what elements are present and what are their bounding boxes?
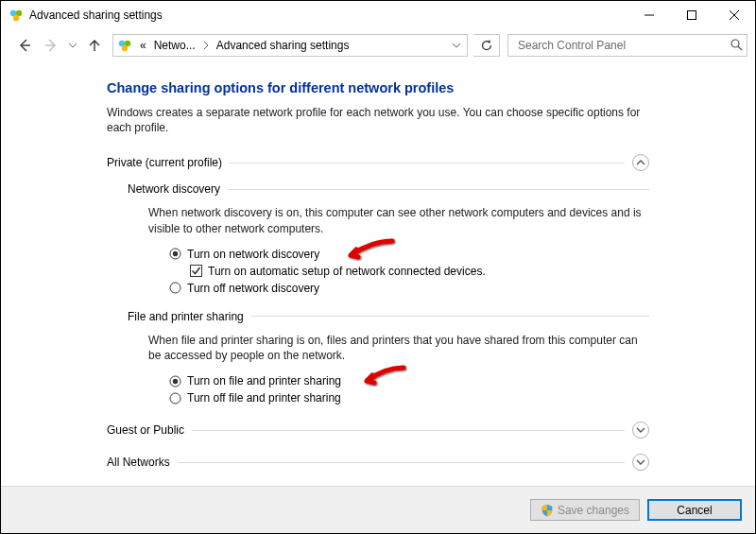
forward-button[interactable] xyxy=(39,33,63,58)
svg-point-14 xyxy=(170,393,180,404)
titlebar: Advanced sharing settings xyxy=(1,1,755,29)
cancel-button[interactable]: Cancel xyxy=(647,499,742,521)
annotation-arrow-icon xyxy=(360,365,407,391)
minimize-button[interactable] xyxy=(627,1,670,29)
option-label: Turn on file and printer sharing xyxy=(187,374,341,388)
svg-point-7 xyxy=(731,40,739,47)
navbar: « Netwo... Advanced sharing settings xyxy=(1,29,755,61)
svg-rect-10 xyxy=(191,266,202,277)
section-header: File and printer sharing xyxy=(128,310,649,323)
section-desc: When file and printer sharing is on, fil… xyxy=(148,333,649,363)
option-label: Turn on network discovery xyxy=(187,248,319,261)
profile-all-networks: All Networks xyxy=(107,452,649,473)
section-file-printer-sharing: File and printer sharing When file and p… xyxy=(128,310,649,406)
breadcrumb-network[interactable]: Netwo... xyxy=(150,35,199,56)
control-panel-icon xyxy=(117,38,132,53)
profile-label: Guest or Public xyxy=(107,423,184,437)
profile-guest-public-header[interactable]: Guest or Public xyxy=(107,420,649,440)
breadcrumb-prefix[interactable]: « xyxy=(136,35,150,56)
section-label: Network discovery xyxy=(128,182,220,196)
chevron-right-icon[interactable] xyxy=(199,35,213,56)
radio-file-sharing-on[interactable]: Turn on file and printer sharing xyxy=(169,372,649,389)
checkbox-icon xyxy=(190,265,202,277)
profile-all-networks-header[interactable]: All Networks xyxy=(107,452,649,473)
shield-icon xyxy=(541,504,554,517)
chevron-up-icon[interactable] xyxy=(632,154,649,171)
search-icon[interactable] xyxy=(730,38,743,54)
radio-network-discovery-on[interactable]: Turn on network discovery xyxy=(169,246,649,263)
footer: Save changes Cancel xyxy=(1,486,755,533)
page-title: Change sharing options for different net… xyxy=(107,80,649,95)
chevron-down-icon[interactable] xyxy=(632,454,649,471)
refresh-button[interactable] xyxy=(473,34,500,57)
history-dropdown[interactable] xyxy=(65,33,80,58)
profile-guest-public: Guest or Public xyxy=(107,420,649,440)
profile-label: All Networks xyxy=(107,456,170,469)
back-button[interactable] xyxy=(12,33,37,58)
svg-point-13 xyxy=(173,378,178,383)
breadcrumb-advanced-sharing[interactable]: Advanced sharing settings xyxy=(213,35,353,56)
svg-point-9 xyxy=(173,251,178,256)
radio-icon xyxy=(169,392,181,405)
radio-icon xyxy=(169,248,181,260)
section-network-discovery: Network discovery When network discovery… xyxy=(128,182,649,296)
chevron-down-icon[interactable] xyxy=(632,422,649,439)
radio-file-sharing-off[interactable]: Turn off file and printer sharing xyxy=(169,389,649,406)
window-title: Advanced sharing settings xyxy=(29,9,163,22)
option-label: Turn on automatic setup of network conne… xyxy=(208,265,486,278)
content-area: Change sharing options for different net… xyxy=(1,61,755,486)
radio-icon xyxy=(169,282,181,294)
checkbox-auto-setup[interactable]: Turn on automatic setup of network conne… xyxy=(190,263,649,280)
profile-label: Private (current profile) xyxy=(107,156,222,169)
up-button[interactable] xyxy=(82,33,107,58)
save-changes-button[interactable]: Save changes xyxy=(530,499,640,521)
button-label: Save changes xyxy=(558,504,629,517)
close-button[interactable] xyxy=(713,1,755,29)
radio-network-discovery-off[interactable]: Turn off network discovery xyxy=(169,280,649,297)
svg-rect-3 xyxy=(687,11,696,20)
svg-point-11 xyxy=(170,283,180,293)
section-header: Network discovery xyxy=(128,182,649,196)
search-box[interactable] xyxy=(507,34,747,57)
profile-private-header[interactable]: Private (current profile) xyxy=(107,152,649,173)
profile-private: Private (current profile) Network discov… xyxy=(107,152,649,406)
option-label: Turn off network discovery xyxy=(187,282,319,295)
section-desc: When network discovery is on, this compu… xyxy=(148,205,649,235)
svg-point-6 xyxy=(122,45,128,51)
radio-icon xyxy=(169,375,181,388)
svg-point-2 xyxy=(13,15,19,21)
button-label: Cancel xyxy=(677,504,712,517)
section-label: File and printer sharing xyxy=(128,310,244,323)
address-dropdown[interactable] xyxy=(448,35,465,56)
maximize-button[interactable] xyxy=(670,1,713,29)
search-input[interactable] xyxy=(516,38,730,53)
address-bar[interactable]: « Netwo... Advanced sharing settings xyxy=(112,34,468,57)
page-intro: Windows creates a separate network profi… xyxy=(107,105,649,135)
control-panel-icon xyxy=(9,8,24,23)
option-label: Turn off file and printer sharing xyxy=(187,391,341,405)
